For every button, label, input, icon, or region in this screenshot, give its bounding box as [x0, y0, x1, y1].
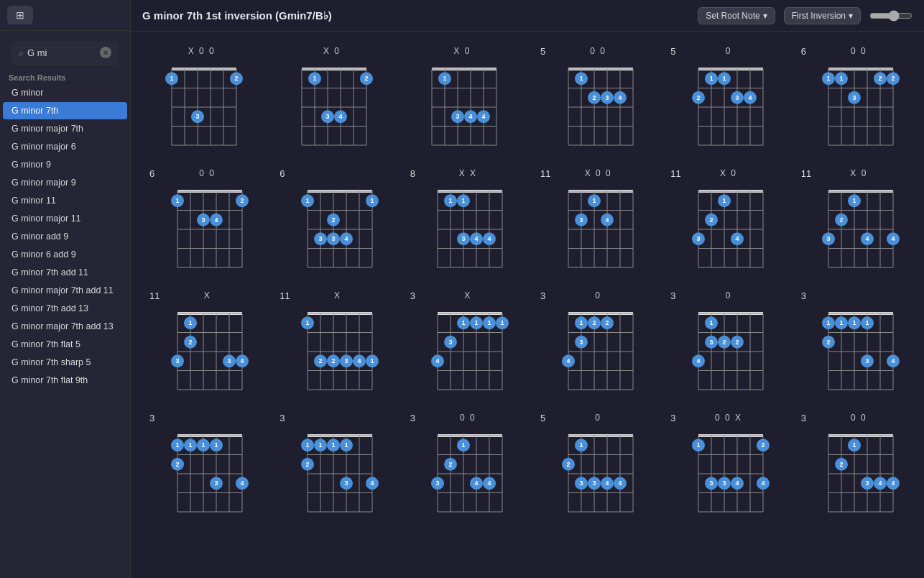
sidebar-toggle-button[interactable]: ⊞ [7, 6, 33, 24]
dot-label: 1 [175, 197, 179, 204]
dot-label: 4 [338, 113, 342, 120]
volume-slider[interactable] [869, 10, 913, 22]
chord-fret-number: 3 [410, 413, 415, 423]
chord-card[interactable]: 11X 012344 [791, 165, 915, 276]
chord-card[interactable]: 30 012344 [791, 410, 915, 520]
chord-card[interactable]: 30 0 X123344 [660, 410, 785, 520]
chord-fret-number: 5 [540, 413, 545, 423]
dot-label: 1 [722, 75, 726, 82]
chord-card[interactable]: 3 012234 [660, 288, 785, 398]
sidebar-item-g-minor-7th-flat-9[interactable]: G minor 7th flat 9th [3, 372, 127, 389]
sidebar-item-g-minor[interactable]: G minor [3, 84, 127, 101]
sidebar-item-g-minor-major-11[interactable]: G minor major 11 [3, 210, 127, 227]
chord-diagram-svg: 12234 [685, 305, 772, 398]
dot-label: 4 [748, 94, 752, 101]
chord-card[interactable]: 30 012344 [400, 410, 525, 520]
chord-fret-number: 11 [540, 168, 550, 179]
chord-card[interactable]: 31111234 [139, 410, 264, 520]
chord-card[interactable]: 11X112234 [269, 288, 394, 398]
chord-card[interactable]: 5 0123344 [530, 410, 655, 520]
sidebar-item-g-minor-7th[interactable]: G minor 7th [3, 102, 127, 119]
search-input[interactable] [27, 47, 96, 58]
sidebar-header: ⊞ [0, 0, 130, 31]
chord-diagram-svg: 1344 [419, 60, 505, 154]
chord-card[interactable]: 31111234 [791, 288, 915, 398]
chord-header: 11X [151, 288, 264, 303]
root-note-chevron-icon: ▾ [763, 11, 767, 21]
dot-label: 3 [175, 357, 179, 364]
sidebar-item-g-minor-7th-sharp-5[interactable]: G minor 7th sharp 5 [3, 354, 127, 371]
dot-label: 4 [866, 235, 869, 242]
sidebar-item-g-minor-6-add-9[interactable]: G minor 6 add 9 [3, 246, 127, 263]
dot-label: 4 [879, 480, 882, 487]
sidebar-item-g-minor-7th-add-11[interactable]: G minor 7th add 11 [3, 264, 127, 281]
chord-diagram-svg: 11344 [425, 183, 511, 276]
search-icon: ⌕ [19, 48, 24, 57]
dot-label: 1 [840, 319, 844, 326]
chord-fret-number: 3 [149, 413, 154, 423]
dot-label: 3 [866, 357, 869, 364]
dot-label: 2 [592, 94, 596, 101]
sidebar-item-g-minor-major-6[interactable]: G minor major 6 [3, 138, 127, 155]
chord-mutes: 0 0 [590, 46, 606, 56]
chord-card[interactable]: X 0 0123 [139, 43, 264, 154]
sidebar-item-g-minor-major-7th[interactable]: G minor major 7th [3, 120, 127, 137]
chord-card[interactable]: X 01234 [269, 43, 394, 154]
dot-label: 1 [853, 441, 856, 449]
dot-label: 1 [827, 319, 831, 326]
chord-diagram-svg: 1111234 [295, 427, 381, 520]
chord-card[interactable]: 11X 0 0134 [530, 165, 655, 276]
chord-card[interactable]: 5 011234 [660, 43, 785, 154]
chord-card[interactable]: X 01344 [400, 43, 525, 154]
dot-label: 1 [579, 75, 583, 82]
chord-card[interactable]: 60 011223 [791, 43, 915, 154]
dot-label: 2 [840, 216, 844, 224]
chord-fret-number: 6 [149, 168, 154, 179]
sidebar-item-g-minor-9[interactable]: G minor 9 [3, 156, 127, 173]
dot-label: 1 [443, 75, 447, 82]
chord-card[interactable]: 11X 01234 [660, 165, 785, 276]
chord-header: X 0 [400, 43, 525, 59]
dot-label: 1 [449, 197, 453, 204]
dot-label: 1 [305, 319, 309, 326]
chord-mutes: X [334, 290, 341, 301]
chord-card[interactable]: 3 012234 [530, 288, 655, 398]
chord-card[interactable]: 3X111134 [400, 288, 525, 398]
set-root-note-button[interactable]: Set Root Note ▾ [698, 7, 775, 24]
chord-diagram-svg: 112334 [295, 183, 381, 276]
dot-label: 1 [214, 441, 218, 449]
sidebar-item-g-minor-7th-add-13[interactable]: G minor 7th add 13 [3, 300, 127, 317]
chord-card[interactable]: 8X X11344 [400, 165, 525, 276]
topbar: G minor 7th 1st inversion (Gmin7/B♭) Set… [131, 0, 924, 32]
dot-label: 3 [827, 235, 831, 242]
sidebar-item-g-minor-11[interactable]: G minor 11 [3, 192, 127, 209]
dot-label: 2 [761, 441, 764, 449]
dot-label: 2 [331, 357, 335, 364]
dot-label: 4 [488, 480, 491, 487]
chord-header: 30 0 X [672, 410, 785, 426]
chord-card[interactable]: 11X12334 [139, 288, 264, 398]
dot-label: 1 [344, 441, 348, 449]
chord-header: 5 0 [542, 410, 655, 426]
dot-label: 1 [305, 197, 309, 204]
sidebar-item-g-minor-major-7th-add-11[interactable]: G minor major 7th add 11 [3, 282, 127, 299]
dot-label: 1 [866, 319, 869, 326]
inversion-button[interactable]: First Inversion ▾ [784, 7, 861, 24]
chord-header: X 0 0 [139, 43, 264, 59]
sidebar-item-g-minor-major-7th-add-13[interactable]: G minor major 7th add 13 [3, 318, 127, 335]
chord-card[interactable]: 6112334 [269, 165, 394, 276]
dot-label: 3 [579, 339, 583, 346]
chord-mutes: 0 0 [199, 168, 216, 178]
search-clear-button[interactable]: ✕ [100, 47, 111, 58]
chord-card[interactable]: 60 01234 [139, 165, 264, 276]
chord-fret-number: 11 [149, 290, 160, 301]
dot-label: 1 [370, 197, 374, 204]
chord-card[interactable]: 50 01234 [530, 43, 655, 154]
chord-diagram-svg: 12234 [555, 305, 642, 398]
chord-card[interactable]: 31111234 [269, 410, 394, 520]
sidebar-item-g-minor-7th-flat-5[interactable]: G minor 7th flat 5 [3, 336, 127, 353]
sidebar-item-g-minor-add-9[interactable]: G minor add 9 [3, 228, 127, 245]
sidebar-item-g-minor-major-9[interactable]: G minor major 9 [3, 174, 127, 191]
dot-label: 3 [344, 480, 348, 487]
dot-label: 3 [853, 94, 856, 101]
